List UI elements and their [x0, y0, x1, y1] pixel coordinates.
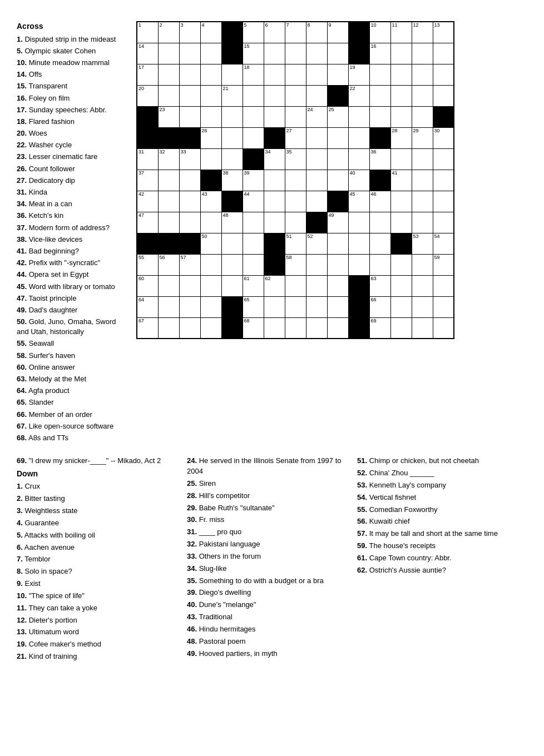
grid-cell-r14c5[interactable]: 68	[243, 317, 264, 339]
grid-cell-r9c9[interactable]: 49	[327, 212, 348, 233]
grid-cell-r9c6[interactable]	[264, 212, 285, 233]
grid-cell-r13c13[interactable]	[412, 296, 433, 317]
grid-cell-r6c1[interactable]: 32	[158, 148, 179, 170]
grid-cell-r6c14[interactable]	[433, 148, 454, 170]
grid-cell-r13c10[interactable]	[348, 296, 369, 317]
grid-cell-r2c0[interactable]: 17	[137, 64, 158, 85]
grid-cell-r1c9[interactable]	[327, 43, 348, 64]
grid-cell-r6c12[interactable]	[390, 148, 412, 170]
grid-cell-r8c10[interactable]: 45	[348, 191, 369, 212]
grid-cell-r2c14[interactable]	[433, 64, 454, 85]
grid-cell-r4c9[interactable]: 25	[327, 106, 348, 127]
grid-cell-r14c2[interactable]	[179, 317, 200, 339]
grid-cell-r11c5[interactable]	[243, 254, 264, 275]
grid-cell-r0c9[interactable]: 9	[327, 22, 348, 43]
grid-cell-r8c7[interactable]	[285, 191, 306, 212]
grid-cell-r0c4[interactable]	[221, 22, 243, 43]
grid-cell-r12c2[interactable]	[179, 275, 200, 296]
grid-cell-r11c11[interactable]	[369, 254, 390, 275]
grid-cell-r7c13[interactable]	[412, 170, 433, 191]
grid-cell-r7c1[interactable]	[158, 170, 179, 191]
grid-cell-r13c8[interactable]	[306, 296, 327, 317]
grid-cell-r5c0[interactable]	[137, 127, 158, 148]
grid-cell-r0c6[interactable]: 6	[264, 22, 285, 43]
grid-cell-r1c12[interactable]	[390, 43, 412, 64]
grid-cell-r8c5[interactable]: 44	[243, 191, 264, 212]
grid-cell-r12c10[interactable]	[348, 275, 369, 296]
grid-cell-r3c3[interactable]	[200, 85, 221, 106]
grid-cell-r3c5[interactable]	[243, 85, 264, 106]
grid-cell-r9c0[interactable]: 47	[137, 212, 158, 233]
grid-cell-r5c12[interactable]: 28	[390, 127, 412, 148]
grid-cell-r7c11[interactable]	[369, 170, 390, 191]
grid-cell-r7c7[interactable]	[285, 170, 306, 191]
grid-cell-r10c3[interactable]: 50	[200, 233, 221, 254]
grid-cell-r4c14[interactable]	[433, 106, 454, 127]
grid-cell-r5c5[interactable]	[243, 127, 264, 148]
grid-cell-r9c2[interactable]	[179, 212, 200, 233]
grid-cell-r12c5[interactable]: 61	[243, 275, 264, 296]
grid-cell-r12c13[interactable]	[412, 275, 433, 296]
grid-cell-r7c4[interactable]: 38	[221, 170, 243, 191]
grid-cell-r6c13[interactable]	[412, 148, 433, 170]
grid-cell-r12c6[interactable]: 62	[264, 275, 285, 296]
grid-cell-r5c4[interactable]	[221, 127, 243, 148]
grid-cell-r11c14[interactable]: 59	[433, 254, 454, 275]
grid-cell-r0c13[interactable]: 12	[412, 22, 433, 43]
grid-cell-r13c2[interactable]	[179, 296, 200, 317]
grid-cell-r0c14[interactable]: 13	[433, 22, 454, 43]
grid-cell-r2c6[interactable]	[264, 64, 285, 85]
grid-cell-r6c5[interactable]	[243, 148, 264, 170]
grid-cell-r3c14[interactable]	[433, 85, 454, 106]
grid-cell-r9c14[interactable]	[433, 212, 454, 233]
grid-cell-r5c2[interactable]	[179, 127, 200, 148]
grid-cell-r5c14[interactable]: 30	[433, 127, 454, 148]
grid-cell-r6c4[interactable]	[221, 148, 243, 170]
grid-cell-r5c10[interactable]	[348, 127, 369, 148]
grid-cell-r10c5[interactable]	[243, 233, 264, 254]
grid-cell-r9c1[interactable]	[158, 212, 179, 233]
grid-cell-r4c6[interactable]	[264, 106, 285, 127]
grid-cell-r10c2[interactable]	[179, 233, 200, 254]
grid-cell-r13c11[interactable]: 66	[369, 296, 390, 317]
grid-cell-r12c14[interactable]	[433, 275, 454, 296]
grid-cell-r14c14[interactable]	[433, 317, 454, 339]
grid-cell-r12c0[interactable]: 60	[137, 275, 158, 296]
grid-cell-r13c12[interactable]	[390, 296, 412, 317]
grid-cell-r0c2[interactable]: 3	[179, 22, 200, 43]
grid-cell-r2c13[interactable]	[412, 64, 433, 85]
grid-cell-r11c1[interactable]: 56	[158, 254, 179, 275]
grid-cell-r11c12[interactable]	[390, 254, 412, 275]
grid-cell-r13c6[interactable]	[264, 296, 285, 317]
grid-cell-r4c4[interactable]	[221, 106, 243, 127]
grid-cell-r3c4[interactable]: 21	[221, 85, 243, 106]
grid-cell-r2c5[interactable]: 18	[243, 64, 264, 85]
grid-cell-r10c13[interactable]: 53	[412, 233, 433, 254]
grid-cell-r6c11[interactable]: 36	[369, 148, 390, 170]
grid-cell-r2c4[interactable]	[221, 64, 243, 85]
grid-cell-r2c7[interactable]	[285, 64, 306, 85]
grid-cell-r11c13[interactable]	[412, 254, 433, 275]
grid-cell-r12c7[interactable]	[285, 275, 306, 296]
grid-cell-r9c4[interactable]: 48	[221, 212, 243, 233]
grid-cell-r3c7[interactable]	[285, 85, 306, 106]
grid-cell-r7c14[interactable]	[433, 170, 454, 191]
grid-cell-r1c13[interactable]	[412, 43, 433, 64]
grid-cell-r4c10[interactable]	[348, 106, 369, 127]
grid-cell-r4c11[interactable]	[369, 106, 390, 127]
grid-cell-r10c12[interactable]	[390, 233, 412, 254]
grid-cell-r9c12[interactable]	[390, 212, 412, 233]
grid-cell-r0c10[interactable]	[348, 22, 369, 43]
grid-cell-r7c3[interactable]	[200, 170, 221, 191]
grid-cell-r10c6[interactable]	[264, 233, 285, 254]
grid-cell-r3c13[interactable]	[412, 85, 433, 106]
grid-cell-r10c10[interactable]	[348, 233, 369, 254]
grid-cell-r14c4[interactable]	[221, 317, 243, 339]
grid-cell-r11c8[interactable]	[306, 254, 327, 275]
grid-cell-r2c1[interactable]	[158, 64, 179, 85]
grid-cell-r4c13[interactable]	[412, 106, 433, 127]
grid-cell-r14c12[interactable]	[390, 317, 412, 339]
grid-cell-r2c9[interactable]	[327, 64, 348, 85]
grid-cell-r9c13[interactable]	[412, 212, 433, 233]
grid-cell-r13c4[interactable]	[221, 296, 243, 317]
